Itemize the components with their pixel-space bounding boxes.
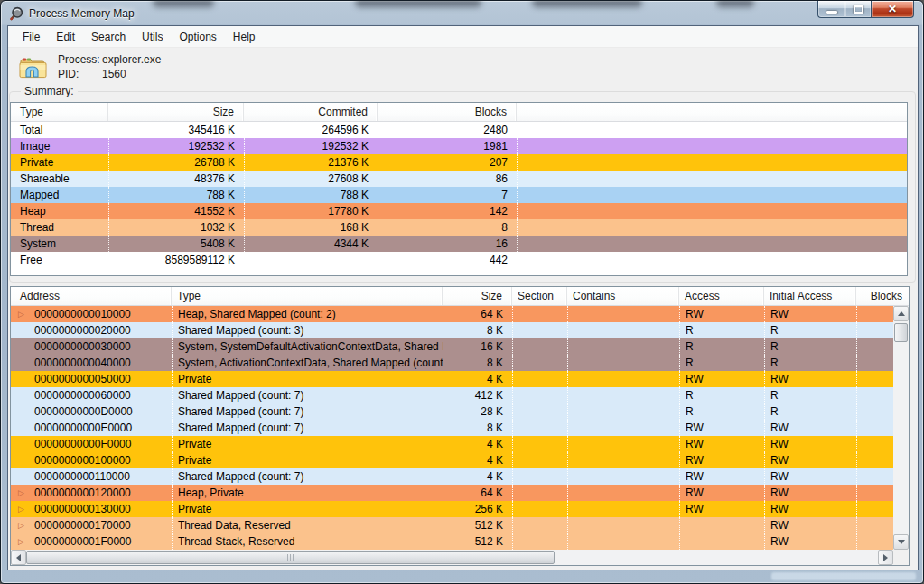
memmap-cell-type: Shared Mapped (count: 7) bbox=[172, 403, 443, 420]
memmap-cell-contains bbox=[567, 452, 679, 468]
memory-map-table: Address Type Size Section Contains Acces… bbox=[10, 286, 910, 566]
memmap-cell-access: RW bbox=[679, 436, 764, 452]
memmap-row[interactable]: ▷ 00000000000E0000 Shared Mapped (count:… bbox=[11, 420, 893, 436]
summary-cell-type: System bbox=[11, 236, 108, 252]
memmap-cell-address: 0000000000170000 bbox=[11, 517, 172, 533]
memmap-cell-access bbox=[679, 517, 764, 533]
app-icon-magnifier[interactable] bbox=[9, 6, 24, 22]
summary-col-size[interactable]: Size bbox=[108, 103, 244, 121]
memmap-row[interactable]: ▷ 0000000000050000 Private 4 K RW RW bbox=[11, 371, 893, 387]
arrow-right-icon bbox=[883, 554, 888, 561]
summary-cell-size: 5408 K bbox=[108, 236, 244, 252]
memmap-cell-section bbox=[512, 468, 567, 485]
memmap-col-type[interactable]: Type bbox=[172, 287, 443, 305]
expand-arrow-icon[interactable]: ▷ bbox=[18, 501, 24, 517]
memmap-cell-address: 0000000000130000 bbox=[11, 501, 172, 517]
memmap-row[interactable]: ▷ 0000000000130000 Private 256 K RW RW bbox=[11, 501, 893, 517]
memmap-cell-initial-access: RW bbox=[764, 420, 856, 436]
summary-cell-commited: 17780 K bbox=[244, 203, 378, 219]
menu-help[interactable]: Help bbox=[225, 28, 264, 46]
summary-row[interactable]: Heap 41552 K 17780 K 142 bbox=[11, 203, 907, 219]
minimize-button[interactable] bbox=[817, 1, 845, 18]
memmap-cell-initial-access: RW bbox=[764, 501, 856, 517]
bottom-sheen bbox=[771, 572, 916, 580]
maximize-button[interactable] bbox=[845, 1, 872, 18]
horizontal-scroll-thumb[interactable] bbox=[26, 551, 555, 564]
vertical-scrollbar[interactable] bbox=[893, 306, 909, 550]
summary-row[interactable]: Private 26788 K 21376 K 207 bbox=[11, 154, 907, 171]
summary-row[interactable]: Image 192532 K 192532 K 1981 bbox=[11, 138, 907, 154]
titlebar[interactable]: Process Memory Map ✕ bbox=[1, 1, 923, 26]
memmap-cell-contains bbox=[567, 468, 679, 485]
menu-options[interactable]: Options bbox=[171, 28, 224, 46]
summary-cell-type: Thread bbox=[11, 219, 108, 236]
memmap-row[interactable]: ▷ 0000000000020000 Shared Mapped (count:… bbox=[11, 322, 893, 338]
memmap-col-address[interactable]: Address bbox=[11, 287, 172, 305]
expand-arrow-icon[interactable]: ▷ bbox=[18, 306, 24, 322]
bottom-frame bbox=[1, 569, 923, 583]
menu-file[interactable]: File bbox=[14, 28, 48, 46]
process-name: explorer.exe bbox=[102, 53, 161, 66]
memmap-col-access[interactable]: Access bbox=[679, 287, 764, 305]
memmap-col-section[interactable]: Section bbox=[512, 287, 567, 305]
memmap-row[interactable]: ▷ 0000000000040000 System, ActivationCon… bbox=[11, 355, 893, 371]
memmap-row[interactable]: ▷ 0000000000030000 System, SystemDefault… bbox=[11, 338, 893, 355]
memmap-row[interactable]: ▷ 00000000000F0000 Private 4 K RW RW bbox=[11, 436, 893, 452]
summary-row[interactable]: Shareable 48376 K 27608 K 86 bbox=[11, 171, 907, 187]
summary-row[interactable]: Thread 1032 K 168 K 8 bbox=[11, 219, 907, 236]
memmap-col-blocks[interactable]: Blocks bbox=[856, 287, 909, 305]
scroll-up-button[interactable] bbox=[893, 306, 909, 321]
close-button[interactable]: ✕ bbox=[872, 1, 914, 18]
summary-group-label: Summary: bbox=[21, 85, 78, 97]
expand-arrow-icon[interactable]: ▷ bbox=[18, 517, 24, 533]
expand-arrow-icon[interactable]: ▷ bbox=[18, 533, 24, 550]
memmap-cell-initial-access: R bbox=[764, 387, 856, 403]
memmap-row[interactable]: ▷ 00000000001F0000 Thread Stack, Reserve… bbox=[11, 533, 893, 550]
memmap-cell-size: 8 K bbox=[443, 355, 512, 371]
menu-edit[interactable]: Edit bbox=[48, 28, 83, 46]
menu-utils[interactable]: Utils bbox=[134, 28, 171, 46]
memmap-row[interactable]: ▷ 0000000000110000 Shared Mapped (count:… bbox=[11, 468, 893, 485]
memmap-cell-section bbox=[512, 371, 567, 387]
memmap-cell-blocks bbox=[856, 371, 893, 387]
scroll-down-button[interactable] bbox=[893, 534, 909, 550]
pid-value: 1560 bbox=[102, 68, 126, 80]
expand-arrow-icon[interactable]: ▷ bbox=[18, 485, 24, 501]
memmap-row[interactable]: ▷ 0000000000010000 Heap, Shared Mapped (… bbox=[11, 306, 893, 322]
memmap-cell-address: 0000000000010000 bbox=[11, 306, 172, 322]
memmap-cell-size: 16 K bbox=[443, 338, 512, 355]
menu-search[interactable]: Search bbox=[83, 28, 134, 46]
vertical-scroll-thumb[interactable] bbox=[894, 323, 908, 342]
memmap-row[interactable]: ▷ 0000000000100000 Private 4 K RW RW bbox=[11, 452, 893, 468]
memmap-cell-initial-access: RW bbox=[764, 468, 856, 485]
summary-col-commited[interactable]: Commited bbox=[244, 103, 378, 121]
summary-col-blocks[interactable]: Blocks bbox=[378, 103, 517, 121]
memmap-row[interactable]: ▷ 0000000000120000 Heap, Private 64 K RW… bbox=[11, 485, 893, 501]
horizontal-scrollbar[interactable] bbox=[11, 550, 893, 565]
memmap-cell-section bbox=[512, 485, 567, 501]
summary-col-filler bbox=[517, 103, 907, 121]
memmap-row[interactable]: ▷ 0000000000170000 Thread Data, Reserved… bbox=[11, 517, 893, 533]
scroll-left-button[interactable] bbox=[11, 550, 26, 565]
memmap-row[interactable]: ▷ 00000000000D0000 Shared Mapped (count:… bbox=[11, 403, 893, 420]
memmap-cell-size: 412 K bbox=[443, 387, 512, 403]
summary-row[interactable]: System 5408 K 4344 K 16 bbox=[11, 236, 907, 252]
memmap-col-size[interactable]: Size bbox=[443, 287, 512, 305]
memmap-cell-section bbox=[512, 517, 567, 533]
summary-row[interactable]: Free 8589589112 K 442 bbox=[11, 252, 907, 268]
memmap-col-contains[interactable]: Contains bbox=[567, 287, 679, 305]
summary-row[interactable]: Total 345416 K 264596 K 2480 bbox=[11, 122, 907, 138]
summary-cell-type: Image bbox=[11, 138, 108, 154]
summary-cell-filler bbox=[517, 122, 907, 138]
close-icon: ✕ bbox=[888, 4, 897, 14]
scroll-right-button[interactable] bbox=[878, 550, 893, 565]
memmap-cell-access: R bbox=[679, 387, 764, 403]
memmap-cell-initial-access: R bbox=[764, 338, 856, 355]
summary-row[interactable]: Mapped 788 K 788 K 7 bbox=[11, 187, 907, 203]
summary-col-type[interactable]: Type bbox=[11, 103, 108, 121]
summary-cell-size: 26788 K bbox=[108, 154, 244, 171]
memmap-cell-size: 64 K bbox=[443, 485, 512, 501]
memmap-row[interactable]: ▷ 0000000000060000 Shared Mapped (count:… bbox=[11, 387, 893, 403]
memmap-col-initial-access[interactable]: Initial Access bbox=[764, 287, 856, 305]
memmap-cell-size: 64 K bbox=[443, 306, 512, 322]
